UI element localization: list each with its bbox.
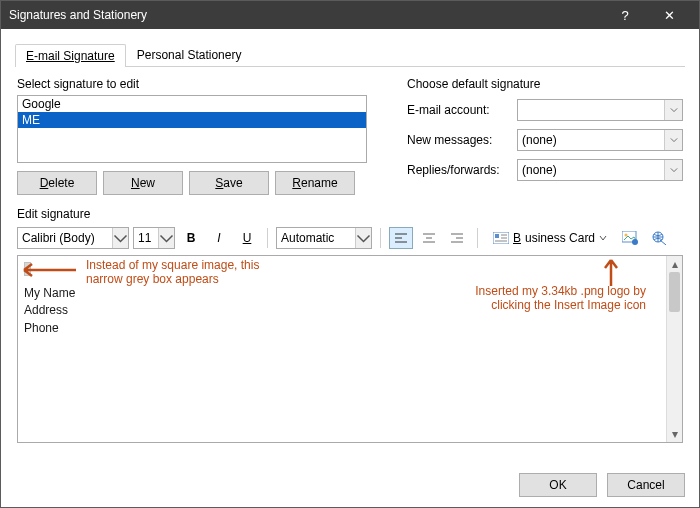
font-color-combo[interactable]: Automatic [276,227,372,249]
align-left-button[interactable] [389,227,413,249]
email-account-combo[interactable] [517,99,683,121]
bold-button[interactable]: B [179,227,203,249]
edit-signature-legend: Edit signature [17,207,683,221]
ok-button[interactable]: OK [519,473,597,497]
titlebar: Signatures and Stationery ? ✕ [1,1,699,29]
save-button[interactable]: Save [189,171,269,195]
editor-line: Address [24,303,68,317]
panel: Select signature to edit Google ME Delet… [1,67,699,443]
separator [267,228,268,248]
chevron-down-icon [599,234,607,242]
chevron-down-icon [664,160,682,180]
separator [477,228,478,248]
delete-button[interactable]: Delete [17,171,97,195]
chevron-down-icon [112,228,128,248]
scroll-thumb[interactable] [669,272,680,312]
insert-image-button[interactable] [618,227,642,249]
tab-email-signature[interactable]: E-mail Signature [15,44,126,67]
replies-forwards-label: Replies/forwards: [407,163,511,177]
rename-button[interactable]: Rename [275,171,355,195]
insert-hyperlink-button[interactable] [646,227,670,249]
window-title: Signatures and Stationery [9,8,603,22]
replies-forwards-value: (none) [522,163,557,177]
underline-button[interactable]: U [235,227,259,249]
help-button[interactable]: ? [603,1,647,29]
email-account-label: E-mail account: [407,103,511,117]
tab-email-signature-label: E-mail Signature [26,49,115,63]
svg-point-3 [625,234,628,237]
chevron-down-icon [355,228,371,248]
format-toolbar: Calibri (Body) 11 B I U Automatic Busi [17,227,683,249]
scroll-down-icon[interactable]: ▾ [667,426,682,442]
cancel-button[interactable]: Cancel [607,473,685,497]
select-signature-legend: Select signature to edit [17,77,383,91]
broken-image-placeholder[interactable] [24,262,31,276]
tab-personal-stationery-label: Personal Stationery [137,48,242,62]
default-signature-legend: Choose default signature [407,77,683,91]
font-size-value: 11 [138,231,151,245]
signature-listbox[interactable]: Google ME [17,95,367,163]
list-item[interactable]: Google [18,96,366,112]
chevron-down-icon [664,100,682,120]
tab-strip: E-mail Signature Personal Stationery [15,43,685,67]
svg-point-4 [632,239,638,245]
close-button[interactable]: ✕ [647,1,691,29]
align-right-button[interactable] [445,227,469,249]
signature-editor[interactable]: My Name Address Phone ▴ ▾ Instead of my … [17,255,683,443]
separator [380,228,381,248]
font-color-value: Automatic [281,231,334,245]
scroll-up-icon[interactable]: ▴ [667,256,682,272]
new-messages-combo[interactable]: (none) [517,129,683,151]
chevron-down-icon [664,130,682,150]
replies-forwards-combo[interactable]: (none) [517,159,683,181]
svg-rect-1 [495,234,499,238]
list-item[interactable]: ME [18,112,366,128]
align-center-button[interactable] [417,227,441,249]
new-messages-value: (none) [522,133,557,147]
new-messages-label: New messages: [407,133,511,147]
italic-button[interactable]: I [207,227,231,249]
font-value: Calibri (Body) [22,231,95,245]
font-combo[interactable]: Calibri (Body) [17,227,129,249]
new-button[interactable]: New [103,171,183,195]
editor-content[interactable]: My Name Address Phone [24,262,676,336]
edit-signature-group: Edit signature Calibri (Body) 11 B I U A… [17,207,683,443]
business-card-button[interactable]: Business Card [486,229,614,247]
dialog-buttons: OK Cancel [519,473,685,497]
vertical-scrollbar[interactable]: ▴ ▾ [666,256,682,442]
business-card-icon [493,232,509,244]
editor-line: Phone [24,321,59,335]
tab-personal-stationery[interactable]: Personal Stationery [126,43,253,66]
chevron-down-icon [158,228,174,248]
select-signature-group: Select signature to edit Google ME Delet… [17,77,383,195]
font-size-combo[interactable]: 11 [133,227,175,249]
editor-line: My Name [24,286,75,300]
